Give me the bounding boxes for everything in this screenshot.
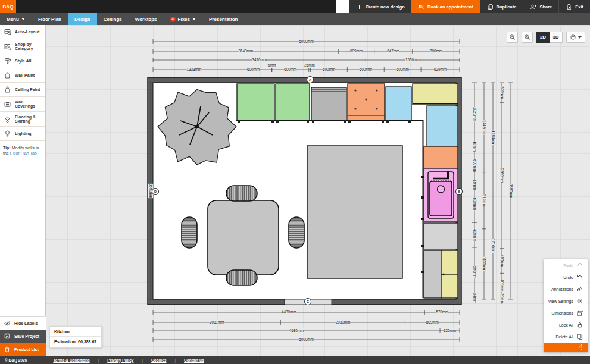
undo-icon <box>576 274 583 281</box>
chair-3[interactable] <box>182 217 197 248</box>
sidebar-item-shop-by-category[interactable]: Shop by Category <box>0 39 45 54</box>
dimensions-button[interactable]: Dimensions <box>544 307 588 319</box>
wall-marker-C[interactable]: C <box>305 299 311 305</box>
tab-floor-plan[interactable]: Floor Plan <box>32 13 68 25</box>
panel-drag-handle[interactable] <box>544 343 588 352</box>
sidebar-tip: Tip: Modify walls in the Floor Plan Tab <box>0 141 45 161</box>
wall-marker-D[interactable]: D <box>152 189 159 195</box>
base-unit-lightgray[interactable] <box>424 223 458 249</box>
hob-unit-orange[interactable] <box>348 84 385 123</box>
view-controls: 2D 3D <box>507 32 585 43</box>
dim-label: 600mm <box>360 67 372 71</box>
dim-label: 5mm <box>268 63 276 67</box>
mode-2d-button[interactable]: 2D <box>536 32 550 43</box>
plus-icon <box>356 4 363 10</box>
cabinet-foot <box>382 120 384 123</box>
sidebar-item-ceiling-paint[interactable]: Ceiling Paint <box>0 83 45 97</box>
view-mode-toggle: 2D 3D <box>536 32 563 43</box>
cabinet-foot <box>408 120 411 123</box>
dim-label: 2030mm <box>336 320 351 324</box>
dining-table[interactable] <box>208 200 279 275</box>
sidebar-item-style-all[interactable]: Style All <box>0 54 45 68</box>
product-list-button[interactable]: Product List <box>0 343 46 356</box>
chair-4[interactable] <box>289 217 304 248</box>
base-cabinet-green-1[interactable] <box>237 84 274 123</box>
tab-fixes[interactable]: 4 Fixes <box>164 13 202 25</box>
chair-1[interactable] <box>226 186 257 201</box>
tall-unit-blue[interactable] <box>427 106 458 149</box>
zoom-in-button[interactable] <box>522 32 533 43</box>
camera-view-dropdown[interactable] <box>566 32 585 43</box>
style-roller-icon <box>4 57 11 65</box>
cube-icon <box>570 34 576 40</box>
mode-3d-button[interactable]: 3D <box>550 32 563 43</box>
dim-label: 600mm <box>397 67 409 71</box>
create-new-design-button[interactable]: Create new design <box>349 0 411 13</box>
dim-label: 320mm <box>500 86 504 99</box>
sidebar-item-wall-paint[interactable]: Wall Paint <box>0 68 45 83</box>
magnifier-plus-icon <box>524 34 530 40</box>
auto-layout-icon <box>4 28 11 36</box>
floor-plan-tab-link[interactable]: Floor Plan Tab <box>10 151 37 155</box>
eye-slash-icon <box>4 320 11 327</box>
duplicate-button[interactable]: Duplicate <box>480 0 523 13</box>
cookies-link[interactable]: Cookies <box>143 358 174 362</box>
tall-unit-gray[interactable] <box>424 250 441 298</box>
delete-all-button[interactable]: Delete All <box>544 331 588 343</box>
wall-marker-A[interactable]: A <box>307 77 314 83</box>
sidebar-item-flooring-skirting[interactable]: Flooring & Skirting <box>0 112 45 127</box>
view-settings-button[interactable]: View Settings <box>544 295 588 307</box>
zoom-out-button[interactable] <box>507 32 518 43</box>
sidebar-item-lighting[interactable]: Lighting <box>0 127 45 141</box>
cabinet-foot <box>348 120 351 123</box>
sidebar-item-auto-layout[interactable]: Auto-Layout <box>0 25 45 39</box>
share-button[interactable]: Share <box>523 0 558 13</box>
hob-burner-dot <box>376 89 377 91</box>
hob-burner-dot <box>354 89 356 91</box>
dim-label: 18mm <box>473 180 477 190</box>
plant-trunk <box>195 125 199 128</box>
contact-link[interactable]: Contact us <box>176 358 213 362</box>
redo-button[interactable]: Redo <box>544 259 588 271</box>
tool-panel: Redo Undo Annotations View Settings Dime… <box>544 259 588 352</box>
bq-logo: B&Q <box>0 0 16 13</box>
tab-ceilings[interactable]: Ceilings <box>97 13 129 25</box>
chair-2[interactable] <box>226 270 257 285</box>
lock-icon <box>576 321 583 328</box>
dim-label: 1784mm <box>491 131 495 146</box>
sink-unit-pink[interactable] <box>424 168 458 222</box>
tall-unit-yellow[interactable] <box>441 250 458 298</box>
estimation-box: Kitchen Estimation: £6,383.67 <box>49 326 102 348</box>
dim-label: 889mm <box>426 320 439 324</box>
appliance-gray[interactable] <box>311 87 346 123</box>
base-cabinet-blue[interactable] <box>386 87 411 123</box>
sink-drain <box>438 186 445 193</box>
sidebar-item-wall-coverings[interactable]: Wall Coverings <box>0 97 45 112</box>
people-icon <box>418 4 424 10</box>
undo-button[interactable]: Undo <box>544 271 588 283</box>
tab-presentation[interactable]: Presentation <box>202 13 244 25</box>
wall-cabinet-yellow[interactable] <box>413 84 458 105</box>
save-project-button[interactable]: Save Project <box>0 330 46 343</box>
book-appointment-button[interactable]: Book an appointment <box>411 0 480 13</box>
kitchen-island[interactable] <box>307 146 402 278</box>
menu-dropdown[interactable]: Menu <box>0 13 32 25</box>
lock-all-button[interactable]: Lock All <box>544 319 588 331</box>
exit-button[interactable]: Exit <box>558 0 590 13</box>
tab-worktops[interactable]: Worktops <box>129 13 164 25</box>
base-cabinet-green-2[interactable] <box>276 84 310 123</box>
terms-link[interactable]: Terms & Conditions <box>45 358 98 362</box>
privacy-link[interactable]: Privacy Policy <box>99 358 142 362</box>
hide-labels-button[interactable]: Hide Labels <box>0 316 46 330</box>
floor-plan-canvas[interactable]: 5000mm3143mm609mm647mm800mm3470mm1530mm1… <box>46 25 590 356</box>
dim-label: 5000mm <box>299 337 314 341</box>
bulb-icon <box>4 130 11 137</box>
wall-marker-label: A <box>309 78 311 81</box>
dim-label: 2360mm <box>500 168 504 183</box>
wall-marker-B[interactable]: B <box>456 189 463 195</box>
tab-design[interactable]: Design <box>68 13 97 25</box>
menu-label: Menu <box>7 17 19 22</box>
annotations-button[interactable]: Annotations <box>544 283 588 295</box>
save-icon <box>4 332 11 340</box>
base-cabinet-orange-right[interactable] <box>424 146 458 168</box>
